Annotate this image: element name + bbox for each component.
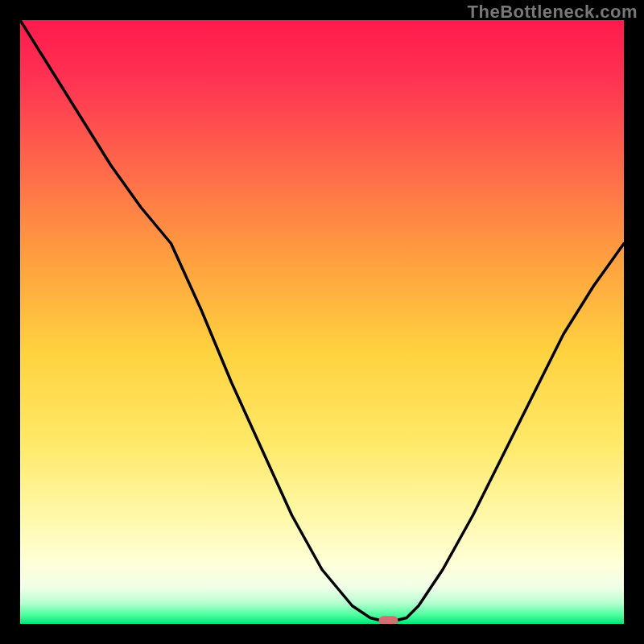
chart-svg — [20, 20, 624, 624]
watermark-text: TheBottleneck.com — [468, 2, 638, 23]
chart-plot-area — [20, 20, 624, 624]
svg-rect-0 — [20, 20, 624, 624]
chart-frame: TheBottleneck.com — [0, 0, 644, 644]
optimal-point-marker — [379, 616, 398, 624]
